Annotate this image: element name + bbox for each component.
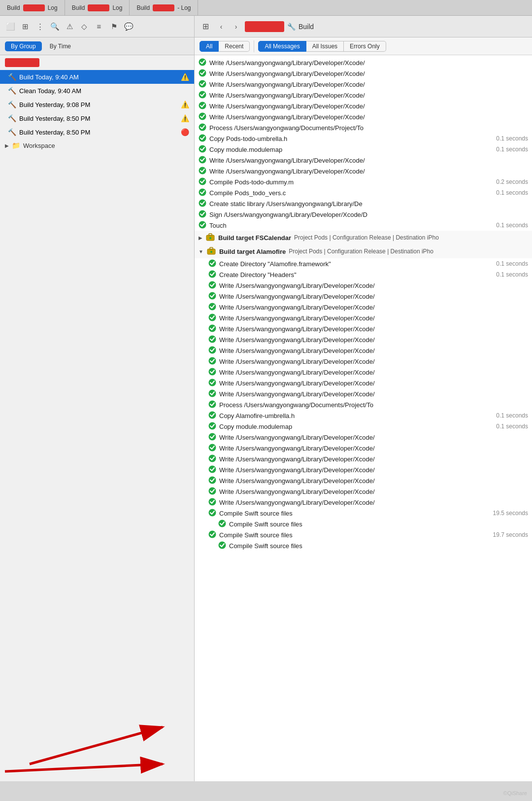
log-text-31: Process /Users/wangyongwang/Documents/Pr…	[219, 401, 528, 409]
hierarchy-icon[interactable]: ⋮	[33, 20, 46, 33]
build-item-3[interactable]: 🔨 Build Yesterday, 8:50 PM ⚠️	[0, 111, 194, 125]
check-icon-39	[208, 487, 216, 496]
log-text-41: Compile Swift source files	[219, 510, 491, 517]
tab-1-redacted	[23, 4, 45, 11]
build-item-label-3: Build Yesterday, 8:50 PM	[19, 115, 178, 122]
log-row-2: Write /Users/wangyongwang/Library/Develo…	[195, 79, 532, 90]
check-icon-18	[208, 259, 216, 269]
filter-all-issues-button[interactable]: All Issues	[306, 41, 344, 52]
log-text-9: Write /Users/wangyongwang/Library/Develo…	[209, 157, 528, 164]
svg-point-29	[209, 303, 216, 310]
workspace-label: Workspace	[23, 142, 55, 149]
chat-icon[interactable]: 💬	[122, 20, 135, 33]
log-text-40: Write /Users/wangyongwang/Library/Develo…	[219, 499, 528, 506]
warning-icon[interactable]: ⚠	[63, 20, 76, 33]
svg-point-6	[199, 91, 206, 98]
filter-errors-only-button[interactable]: Errors Only	[344, 41, 386, 52]
svg-point-49	[219, 520, 226, 527]
log-row-32: Copy Alamofire-umbrella.h0.1 seconds	[195, 410, 532, 421]
nav-forward-button[interactable]: ›	[230, 21, 242, 33]
check-icon-29	[208, 379, 216, 388]
svg-point-45	[209, 476, 216, 484]
check-icon-22	[208, 303, 216, 312]
log-time-8: 0.1 seconds	[496, 146, 528, 153]
group-row-16[interactable]: ▶Build target FSCalendarProject Pods | C…	[195, 231, 532, 244]
tab-3[interactable]: Build - Log	[130, 0, 198, 15]
build-list: 🔨 Build Today, 9:40 AM ⚠️ 🔨 Clean Today,…	[0, 70, 194, 426]
workspace-item[interactable]: ▶ 📁 Workspace	[0, 139, 194, 152]
log-text-3: Write /Users/wangyongwang/Library/Develo…	[209, 92, 528, 99]
log-row-38: Write /Users/wangyongwang/Library/Develo…	[195, 475, 532, 486]
diamond-icon[interactable]: ◇	[78, 20, 91, 33]
svg-point-31	[209, 324, 216, 332]
filter-all-messages-button[interactable]: All Messages	[258, 41, 306, 52]
build-item-0[interactable]: 🔨 Build Today, 9:40 AM ⚠️	[0, 70, 194, 84]
log-text-19: Create Directory "Headers"	[219, 271, 494, 279]
check-icon-33	[208, 422, 216, 431]
log-time-33: 0.1 seconds	[496, 423, 528, 430]
grid-icon[interactable]: ⊞	[19, 20, 32, 33]
by-time-button[interactable]: By Time	[46, 41, 75, 51]
group-row-17[interactable]: ▼Build target AlamofireProject Pods | Co…	[195, 244, 532, 258]
svg-rect-23	[210, 247, 213, 249]
log-row-39: Write /Users/wangyongwang/Library/Develo…	[195, 486, 532, 497]
svg-point-35	[209, 368, 216, 375]
check-icon-15	[199, 221, 206, 230]
svg-point-30	[209, 313, 216, 321]
nav-back-button[interactable]: ‹	[215, 21, 227, 33]
app-window: Build Log Build Log Build - Log ⬜ ⊞ ⋮ �	[0, 0, 532, 781]
filter-recent-button[interactable]: Recent	[219, 41, 250, 52]
folder-icon[interactable]: ⬜	[4, 20, 17, 33]
log-text-25: Write /Users/wangyongwang/Library/Develo…	[219, 336, 528, 344]
svg-point-16	[199, 199, 206, 207]
log-time-41: 19.5 seconds	[493, 510, 528, 517]
log-row-22: Write /Users/wangyongwang/Library/Develo…	[195, 302, 532, 313]
check-icon-11	[199, 177, 206, 187]
log-text-36: Write /Users/wangyongwang/Library/Develo…	[219, 455, 528, 463]
tab-2[interactable]: Build Log	[65, 0, 130, 15]
group-title-16: Build target FSCalendar	[218, 234, 291, 242]
by-group-button[interactable]: By Group	[5, 41, 42, 51]
svg-point-5	[199, 80, 206, 87]
check-icon-4	[199, 102, 206, 111]
build-item-4[interactable]: 🔨 Build Yesterday, 8:50 PM 🔴	[0, 125, 194, 139]
right-panel: ⊞ ‹ › 🔧 Build All Recent All Messages Al…	[195, 16, 532, 781]
log-text-32: Copy Alamofire-umbrella.h	[219, 412, 494, 419]
list-icon[interactable]: ≡	[93, 20, 105, 33]
log-text-11: Compile Pods-todo-dummy.m	[209, 178, 494, 186]
log-row-11: Compile Pods-todo-dummy.m0.2 seconds	[195, 176, 532, 187]
log-row-18: Create Directory "Alamofire.framework"0.…	[195, 258, 532, 269]
svg-point-11	[199, 145, 206, 152]
log-text-12: Compile Pods_todo_vers.c	[209, 189, 494, 197]
build-item-1[interactable]: 🔨 Clean Today, 9:40 AM	[0, 84, 194, 98]
log-row-43: Compile Swift source files19.7 seconds	[195, 529, 532, 540]
svg-line-2	[5, 764, 163, 771]
hammer-icon-3: 🔨	[8, 114, 16, 122]
tab-3-log: - Log	[177, 4, 191, 11]
check-icon-44	[218, 541, 226, 551]
log-text-33: Copy module.modulemap	[219, 423, 494, 430]
svg-point-32	[209, 335, 216, 343]
check-icon-30	[208, 389, 216, 399]
hammer-icon-2: 🔨	[8, 101, 16, 108]
filter-all-button[interactable]: All	[200, 41, 219, 52]
group-title-17: Build target Alamofire	[219, 248, 286, 255]
log-row-44: Compile Swift source files	[195, 540, 532, 551]
log-row-27: Write /Users/wangyongwang/Library/Develo…	[195, 356, 532, 367]
flag-icon[interactable]: ⚑	[107, 20, 120, 33]
secondary-filter-group: All Messages All Issues Errors Only	[258, 41, 386, 52]
tab-1[interactable]: Build Log	[0, 0, 65, 15]
workspace-folder-icon: 📁	[12, 141, 20, 149]
log-row-13: Create static library /Users/wangyongwan…	[195, 198, 532, 209]
log-text-43: Compile Swift source files	[219, 531, 491, 539]
search-icon[interactable]: 🔍	[48, 20, 61, 33]
grid-view-button[interactable]: ⊞	[199, 20, 212, 34]
build-item-2[interactable]: 🔨 Build Yesterday, 9:08 PM ⚠️	[0, 98, 194, 111]
log-time-32: 0.1 seconds	[496, 412, 528, 419]
check-icon-7	[199, 134, 206, 143]
log-row-31: Process /Users/wangyongwang/Documents/Pr…	[195, 399, 532, 410]
build-item-warning-4: 🔴	[181, 128, 189, 136]
log-text-18: Create Directory "Alamofire.framework"	[219, 260, 494, 268]
log-text-1: Write /Users/wangyongwang/Library/Develo…	[209, 70, 528, 77]
svg-point-25	[209, 259, 216, 267]
